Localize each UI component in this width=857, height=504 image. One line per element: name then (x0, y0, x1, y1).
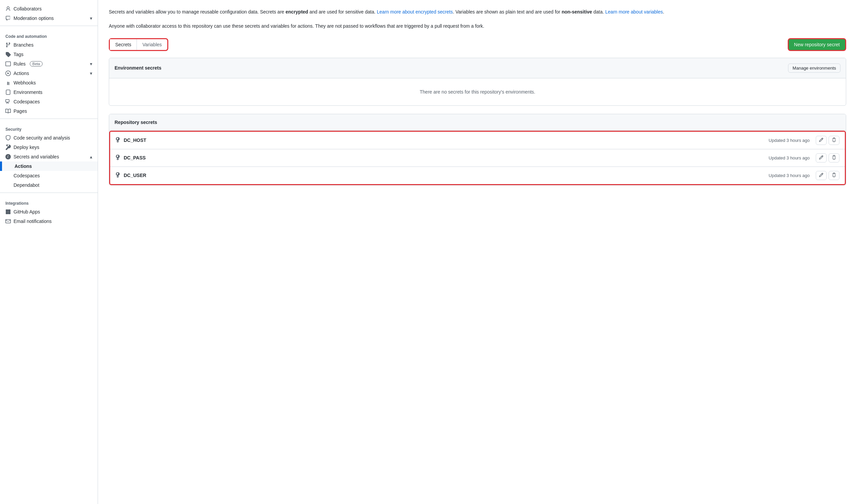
beta-badge: Beta (30, 61, 43, 67)
sidebar-label-code-security: Code security and analysis (14, 135, 70, 140)
sidebar-label-dependabot-sub: Dependabot (14, 183, 39, 188)
sidebar-label-codespaces-sub: Codespaces (14, 173, 40, 178)
edit-secret-1-button[interactable] (816, 136, 827, 145)
repository-secrets-title: Repository secrets (115, 120, 157, 125)
person-icon (5, 6, 11, 12)
environment-icon (5, 89, 11, 95)
chevron-up-icon: ▴ (90, 154, 92, 159)
sidebar-item-actions-sub[interactable]: Actions (0, 161, 98, 171)
sidebar-label-pages: Pages (14, 108, 27, 114)
sidebar-label-rules: Rules (14, 61, 26, 67)
delete-secret-3-button[interactable] (829, 171, 839, 180)
play-icon (5, 71, 11, 76)
sidebar-item-webhooks[interactable]: Webhooks (0, 78, 98, 87)
key-icon (5, 144, 11, 150)
rule-icon (5, 61, 11, 67)
sidebar-item-rules[interactable]: Rules Beta ▾ (0, 59, 98, 69)
sidebar-label-github-apps: GitHub Apps (14, 209, 40, 214)
tab-secrets[interactable]: Secrets (110, 39, 136, 50)
sidebar-item-collaborators[interactable]: Collaborators (0, 4, 98, 14)
sidebar-label-actions-sub: Actions (15, 163, 32, 169)
secret-key-icon-2 (116, 155, 120, 161)
sidebar-label-deploy-keys: Deploy keys (14, 144, 39, 150)
sidebar-item-tags[interactable]: Tags (0, 50, 98, 59)
sidebar-divider-1 (0, 26, 98, 26)
tabs-row: Secrets Variables New repository secret (109, 38, 846, 51)
sidebar-item-branches[interactable]: Branches (0, 40, 98, 50)
git-branch-icon (5, 42, 11, 48)
secret-name-2: DC_PASS (124, 155, 769, 160)
new-repository-secret-button[interactable]: New repository secret (788, 38, 846, 51)
secret-name-1: DC_HOST (124, 138, 769, 143)
sidebar-item-codespaces[interactable]: Codespaces (0, 97, 98, 106)
table-row: DC_PASS Updated 3 hours ago (110, 149, 845, 167)
table-row: DC_HOST Updated 3 hours ago (110, 132, 845, 149)
sidebar-label-moderation: Moderation options (14, 16, 54, 21)
environment-secrets-card: Environment secrets Manage environments … (109, 58, 846, 106)
sidebar-label-actions: Actions (14, 71, 29, 76)
secrets-highlighted-wrapper: DC_HOST Updated 3 hours ago DC_PASS Upda… (109, 131, 846, 185)
sidebar-label-tags: Tags (14, 52, 24, 57)
star-icon (5, 154, 11, 159)
tab-variables[interactable]: Variables (137, 39, 167, 50)
chevron-down-icon-actions: ▾ (90, 71, 92, 76)
section-integrations: Integrations (0, 196, 98, 207)
environment-secrets-title: Environment secrets (115, 65, 162, 71)
secret-updated-1: Updated 3 hours ago (769, 138, 810, 143)
secret-updated-3: Updated 3 hours ago (769, 173, 810, 178)
pages-icon (5, 108, 11, 114)
section-security: Security (0, 122, 98, 133)
delete-secret-2-button[interactable] (829, 153, 839, 162)
sidebar-item-actions[interactable]: Actions ▾ (0, 69, 98, 78)
tabs-container: Secrets Variables (109, 38, 168, 51)
webhook-icon (5, 80, 11, 85)
sidebar-label-webhooks: Webhooks (14, 80, 36, 85)
secret-updated-2: Updated 3 hours ago (769, 155, 810, 160)
environment-secrets-empty: There are no secrets for this repository… (109, 79, 846, 105)
intro-note: Anyone with collaborator access to this … (109, 22, 846, 30)
repository-secrets-header: Repository secrets (109, 114, 846, 131)
sidebar-item-deploy-keys[interactable]: Deploy keys (0, 142, 98, 152)
sidebar-label-branches: Branches (14, 42, 33, 48)
codespaces-icon (5, 99, 11, 104)
edit-secret-2-button[interactable] (816, 153, 827, 162)
delete-secret-1-button[interactable] (829, 136, 839, 145)
apps-icon (5, 209, 11, 214)
sidebar-item-email-notifications[interactable]: Email notifications (0, 216, 98, 226)
sidebar-label-environments: Environments (14, 89, 43, 95)
table-row: DC_USER Updated 3 hours ago (110, 167, 845, 184)
chevron-down-icon-rules: ▾ (90, 61, 92, 67)
mail-icon (5, 219, 11, 224)
repository-secrets-body: DC_HOST Updated 3 hours ago DC_PASS Upda… (109, 131, 846, 185)
sidebar-item-environments[interactable]: Environments (0, 87, 98, 97)
learn-variables-link[interactable]: Learn more about variables (605, 9, 663, 15)
secret-key-icon-1 (116, 137, 120, 143)
main-content: Secrets and variables allow you to manag… (98, 0, 857, 504)
sidebar-item-secrets-variables[interactable]: Secrets and variables ▴ (0, 152, 98, 161)
sidebar-item-codespaces-sub[interactable]: Codespaces (0, 171, 98, 180)
sidebar-item-moderation[interactable]: Moderation options ▾ (0, 14, 98, 23)
tag-icon (5, 52, 11, 57)
sidebar-label-email-notifications: Email notifications (14, 219, 52, 224)
sidebar-item-code-security[interactable]: Code security and analysis (0, 133, 98, 142)
comment-icon (5, 16, 11, 21)
secret-name-3: DC_USER (124, 173, 769, 178)
shield-icon (5, 135, 11, 140)
section-code-automation: Code and automation (0, 29, 98, 40)
sidebar-label-collaborators: Collaborators (14, 6, 41, 12)
sidebar-label-secrets-variables: Secrets and variables (14, 154, 59, 159)
sidebar-divider-3 (0, 193, 98, 193)
sidebar-item-pages[interactable]: Pages (0, 106, 98, 116)
edit-secret-3-button[interactable] (816, 171, 827, 180)
learn-secrets-link[interactable]: Learn more about encrypted secrets (377, 9, 453, 15)
repository-secrets-card: Repository secrets DC_HOST Updated 3 hou… (109, 114, 846, 186)
sidebar-item-dependabot-sub[interactable]: Dependabot (0, 180, 98, 190)
secret-key-icon-3 (116, 172, 120, 179)
sidebar: Collaborators Moderation options ▾ Code … (0, 0, 98, 504)
sidebar-label-codespaces: Codespaces (14, 99, 40, 104)
sidebar-divider-2 (0, 119, 98, 119)
sidebar-item-github-apps[interactable]: GitHub Apps (0, 207, 98, 216)
manage-environments-button[interactable]: Manage environments (788, 64, 840, 73)
environment-secrets-header: Environment secrets Manage environments (109, 58, 846, 79)
intro-paragraph-1: Secrets and variables allow you to manag… (109, 8, 846, 16)
